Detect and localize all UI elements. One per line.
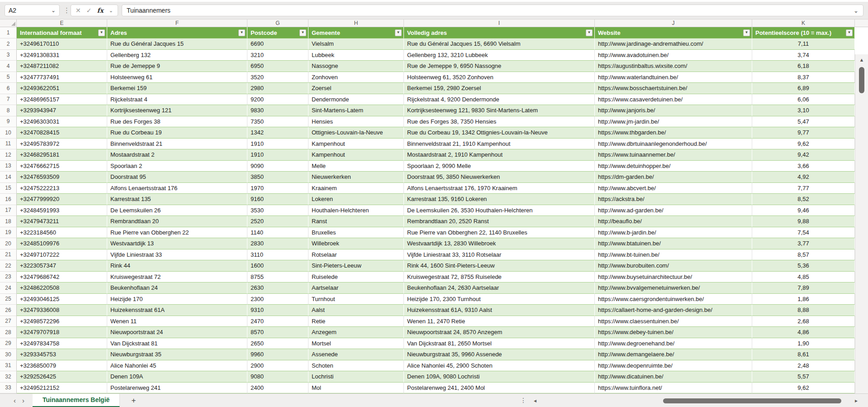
- cell-K4[interactable]: 6,18: [752, 61, 855, 72]
- cell-I18[interactable]: Rembrandtlaan 20, 2520 Ranst: [404, 216, 595, 227]
- row-number-27[interactable]: 27: [0, 316, 17, 327]
- cell-E21[interactable]: +32497107222: [17, 249, 107, 261]
- row-number-17[interactable]: 17: [0, 205, 17, 216]
- cell-J16[interactable]: https://ackstra.be/: [595, 194, 752, 205]
- row-number-30[interactable]: 30: [0, 349, 17, 360]
- cell-K17[interactable]: 9,46: [752, 205, 855, 216]
- cell-G8[interactable]: 9830: [247, 105, 308, 116]
- cell-G23[interactable]: 8755: [247, 272, 308, 283]
- cell-E4[interactable]: +32487211082: [17, 61, 107, 72]
- cell-G25[interactable]: 2300: [247, 294, 308, 305]
- row-number-32[interactable]: 32: [0, 371, 17, 383]
- tab-bar-more-icon[interactable]: ⋮: [520, 398, 526, 402]
- header-cell-K[interactable]: Potentieelscore (10 = max.)▼: [752, 27, 855, 38]
- row-number-6[interactable]: 6: [0, 83, 17, 94]
- cell-I3[interactable]: Gellenberg 132, 3210 Lubbeek: [404, 50, 595, 61]
- cell-K16[interactable]: 8,52: [752, 194, 855, 205]
- cell-E12[interactable]: +32468295181: [17, 149, 107, 161]
- cell-H4[interactable]: Nassogne: [308, 61, 404, 72]
- cell-H19[interactable]: Bruxelles: [308, 227, 404, 239]
- cell-H26[interactable]: Aalst: [308, 305, 404, 316]
- cell-I9[interactable]: Rue des Forges 38, 7350 Hensies: [404, 116, 595, 128]
- row-number-14[interactable]: 14: [0, 172, 17, 183]
- hscroll-right-icon[interactable]: ▸: [855, 397, 858, 404]
- hscroll-left-icon[interactable]: ◂: [534, 397, 536, 404]
- cell-E3[interactable]: +32491308331: [17, 50, 107, 61]
- row-number-16[interactable]: 16: [0, 194, 17, 205]
- cell-I29[interactable]: Van Dijckstraat 81, 2650 Mortsel: [404, 338, 595, 350]
- cell-F22[interactable]: Rink 44: [107, 260, 247, 272]
- row-number-8[interactable]: 8: [0, 105, 17, 116]
- sheet-tab-active[interactable]: Tuinaannemers België: [33, 394, 120, 407]
- cell-E33[interactable]: +32495212152: [17, 383, 107, 394]
- cell-K18[interactable]: 9,88: [752, 216, 855, 227]
- cell-J13[interactable]: http://www.detuinhopper.be/: [595, 161, 752, 172]
- header-cell-J[interactable]: Website▼: [595, 27, 752, 38]
- filter-dropdown-icon[interactable]: ▼: [846, 29, 853, 36]
- cell-G2[interactable]: 6690: [247, 38, 308, 50]
- column-letter-K[interactable]: K: [752, 19, 855, 27]
- column-letter-J[interactable]: J: [595, 19, 752, 27]
- row-number-33[interactable]: 33: [0, 383, 17, 394]
- cell-J24[interactable]: http://www.bvvalgemenetuinwerken.be/: [595, 283, 752, 294]
- cell-J7[interactable]: https://www.casaverdetuinen.be/: [595, 94, 752, 105]
- row-number-10[interactable]: 10: [0, 127, 17, 139]
- cell-I14[interactable]: Doorstraat 95, 3850 Nieuwerkerken: [404, 172, 595, 183]
- insert-function-icon[interactable]: fx: [97, 7, 103, 14]
- cell-K23[interactable]: 4,85: [752, 272, 855, 283]
- formula-bar-expand-icon[interactable]: ⌄: [854, 7, 859, 14]
- cell-H7[interactable]: Dendermonde: [308, 94, 404, 105]
- next-sheet-icon[interactable]: ›: [22, 397, 24, 404]
- header-cell-E[interactable]: Internationaal formaat▼: [17, 27, 107, 38]
- cell-I27[interactable]: Wenen 11, 2470 Retie: [404, 316, 595, 327]
- cell-J31[interactable]: http://www.deopenruimte.be/: [595, 360, 752, 372]
- cell-G30[interactable]: 9960: [247, 349, 308, 360]
- cell-K14[interactable]: 4,92: [752, 172, 855, 183]
- cell-J28[interactable]: https://www.debey-tuinen.be/: [595, 327, 752, 338]
- cell-G32[interactable]: 9080: [247, 371, 308, 383]
- cell-K2[interactable]: 7,11: [752, 38, 855, 50]
- row-number-15[interactable]: 15: [0, 183, 17, 194]
- cell-K32[interactable]: 5,57: [752, 371, 855, 383]
- cell-G19[interactable]: 1140: [247, 227, 308, 239]
- cell-G16[interactable]: 9160: [247, 194, 308, 205]
- cell-J18[interactable]: http://beauflo.be/: [595, 216, 752, 227]
- cell-G7[interactable]: 9200: [247, 94, 308, 105]
- cell-I6[interactable]: Berkemei 159, 2980 Zoersel: [404, 83, 595, 94]
- row-number-22[interactable]: 22: [0, 260, 17, 272]
- column-letter-E[interactable]: E: [17, 19, 107, 27]
- cell-K11[interactable]: 9,62: [752, 139, 855, 150]
- row-number-9[interactable]: 9: [0, 116, 17, 128]
- cell-G26[interactable]: 9310: [247, 305, 308, 316]
- cell-K29[interactable]: 1,90: [752, 338, 855, 350]
- cell-H20[interactable]: Willebroek: [308, 238, 404, 249]
- cell-K33[interactable]: 9,62: [752, 383, 855, 394]
- cell-G28[interactable]: 8570: [247, 327, 308, 338]
- filter-dropdown-icon[interactable]: ▼: [98, 29, 105, 36]
- cell-I33[interactable]: Postelarenweg 241, 2400 Mol: [404, 383, 595, 394]
- prev-sheet-icon[interactable]: ‹: [14, 397, 16, 404]
- cell-E5[interactable]: +32477737491: [17, 72, 107, 83]
- cell-E30[interactable]: +3293345753: [17, 349, 107, 360]
- header-cell-H[interactable]: Gemeente▼: [308, 27, 404, 38]
- cell-E6[interactable]: +32493622051: [17, 83, 107, 94]
- vertical-scrollbar-thumb[interactable]: [859, 67, 864, 93]
- cell-E26[interactable]: +32479336008: [17, 305, 107, 316]
- cell-H6[interactable]: Zoersel: [308, 83, 404, 94]
- cell-I21[interactable]: Vijfde Liniestraat 33, 3110 Rotselaar: [404, 249, 595, 261]
- cell-I17[interactable]: De Leemskuilen 26, 3530 Houthalen-Helcht…: [404, 205, 595, 216]
- cell-F16[interactable]: Karrestraat 135: [107, 194, 247, 205]
- cell-J3[interactable]: http://www.avadotuinen.be/: [595, 50, 752, 61]
- cell-I16[interactable]: Karrestraat 135, 9160 Lokeren: [404, 194, 595, 205]
- cell-F3[interactable]: Gellenberg 132: [107, 50, 247, 61]
- cell-F29[interactable]: Van Dijckstraat 81: [107, 338, 247, 350]
- cell-G14[interactable]: 3850: [247, 172, 308, 183]
- cell-G9[interactable]: 7350: [247, 116, 308, 128]
- cell-G12[interactable]: 1910: [247, 149, 308, 161]
- cell-E17[interactable]: +32484591993: [17, 205, 107, 216]
- cell-E7[interactable]: +32486965157: [17, 94, 107, 105]
- cell-I11[interactable]: Binnenveldstraat 21, 1910 Kampenhout: [404, 139, 595, 150]
- cell-J33[interactable]: https://www.tuinflora.net/: [595, 383, 752, 394]
- cell-F19[interactable]: Rue Pierre van Obberghen 22: [107, 227, 247, 239]
- cell-J29[interactable]: http://www.degroenehand.be/: [595, 338, 752, 350]
